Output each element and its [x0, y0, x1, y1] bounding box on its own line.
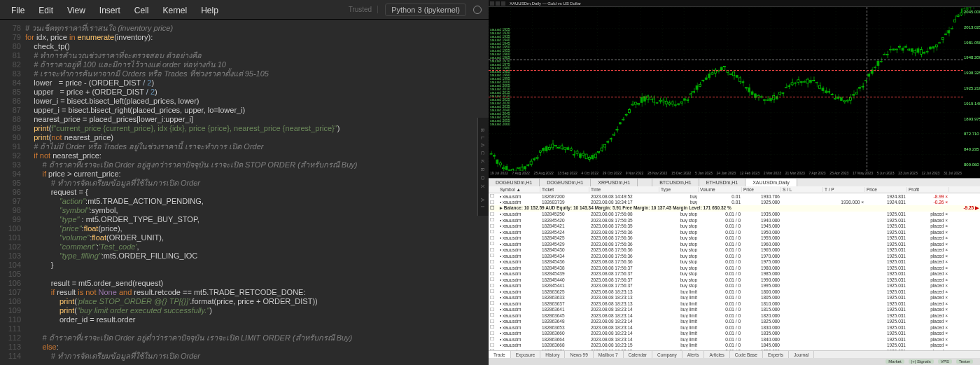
svg-rect-88	[622, 119, 624, 120]
terminal-tab[interactable]: Journal	[789, 351, 814, 358]
tool-icon[interactable]	[490, 1, 494, 6]
table-row[interactable]: ▪ xauusdm1828454392023.08.08 17:56:37buy…	[489, 271, 980, 277]
table-row[interactable]: ▪ xauusdm1828454412023.08.08 17:56:37buy…	[489, 283, 980, 289]
menu-view[interactable]: View	[60, 3, 92, 18]
table-row[interactable]: ▪ xauusdm1828454362023.08.08 17:56:36buy…	[489, 259, 980, 266]
table-row[interactable]: ▪ xauusdm1828454342023.08.08 17:56:36buy…	[489, 253, 980, 259]
table-row[interactable]: ▪ xauusdm1828636532023.08.08 18:23:14buy…	[489, 324, 980, 331]
svg-rect-66	[588, 158, 590, 160]
status-pill[interactable]: Market	[886, 359, 904, 364]
table-row[interactable]: ▸ Balance: 10 152.59 AUD Equity: 10 143.…	[489, 205, 980, 212]
statusbar: Market|+| SignalsVPSTester	[489, 358, 980, 365]
svg-rect-214	[816, 82, 818, 83]
terminal-tab[interactable]: Trade	[489, 351, 511, 358]
svg-rect-140	[702, 80, 704, 81]
chart-tab[interactable]: DOGEUSDm,H1	[489, 179, 540, 186]
chart-tab[interactable]: XRPUSDm,H1	[591, 179, 638, 186]
svg-rect-284	[923, 52, 925, 53]
terminal-tab[interactable]: Exposure	[511, 351, 540, 358]
orders-grid: Symbol ▲TicketTimeTypeVolumePriceS / LT …	[489, 186, 980, 358]
blackbox-ai-tab[interactable]: B L A C K B O X A I	[477, 118, 489, 216]
table-row[interactable]: ▪ xauusdm1826872002023.08.08 14:49:52buy…	[489, 193, 980, 200]
svg-rect-132	[690, 94, 692, 95]
table-row[interactable]: ▪ xauusdm1828636412023.08.08 18:23:14buy…	[489, 307, 980, 313]
menu-insert[interactable]: Insert	[92, 3, 127, 18]
menu-kernel[interactable]: Kernel	[156, 3, 195, 18]
svg-rect-268	[899, 46, 901, 47]
table-row[interactable]: ▪ xauusdm1828454212023.08.08 17:56:35buy…	[489, 223, 980, 230]
chart-tab[interactable]	[638, 179, 652, 186]
chart-tab[interactable]: ETHUSDm,H1	[699, 179, 746, 186]
svg-rect-222	[828, 92, 830, 92]
menu-cell[interactable]: Cell	[127, 3, 156, 18]
terminal-tab[interactable]: Calendar	[624, 351, 652, 358]
table-row[interactable]: ▪ xauusdm1828452502023.08.08 17:56:08buy…	[489, 212, 980, 218]
svg-rect-56	[573, 154, 575, 155]
terminal-tab[interactable]: Code Base	[730, 351, 763, 358]
kernel-selector[interactable]: Python 3 (ipykernel)	[385, 4, 466, 16]
chart-tab[interactable]: DOGEUSDm,H1	[540, 179, 591, 186]
svg-rect-280	[917, 49, 919, 53]
table-row[interactable]: ▪ xauusdm1828636642023.08.08 18:23:14buy…	[489, 336, 980, 343]
table-row[interactable]: ▪ xauusdm1828636372023.08.08 18:23:13buy…	[489, 301, 980, 307]
table-row[interactable]: ▪ xauusdm1828636602023.08.08 18:23:14buy…	[489, 331, 980, 337]
menu-help[interactable]: Help	[194, 3, 225, 18]
svg-rect-272	[904, 46, 906, 48]
svg-rect-300	[948, 31, 950, 33]
tool-icon[interactable]	[501, 1, 505, 6]
tool-icon[interactable]	[496, 1, 500, 6]
svg-rect-278	[914, 51, 916, 53]
status-pill[interactable]: Tester	[956, 359, 973, 364]
code-editor[interactable]: 7879808182838485868788899091929394959697…	[0, 20, 489, 365]
terminal-tab[interactable]: Company	[652, 351, 682, 358]
grid-body[interactable]: ▪ xauusdm1826872002023.08.08 14:49:52buy…	[489, 193, 980, 350]
svg-rect-236	[849, 97, 851, 100]
jupyter-menubar: FileEditViewInsertCellKernelHelp Trusted…	[0, 0, 489, 20]
table-row[interactable]: ▪ xauusdm1828454292023.08.08 17:56:36buy…	[489, 241, 980, 247]
chart-tab[interactable]: BTCUSDm,H1	[652, 179, 699, 186]
svg-rect-190	[778, 92, 780, 95]
code-content[interactable]: # วนเช็คทุกราคาที่เราสนใจ (inventory pri…	[25, 20, 489, 365]
table-row[interactable]: ▪ xauusdm1828454202023.08.08 17:56:35buy…	[489, 217, 980, 223]
menu-file[interactable]: File	[4, 3, 31, 18]
price-chart[interactable]: xauusd 1925 xauusd 1930 xauusd 1935 xauu…	[489, 7, 980, 178]
terminal-tab[interactable]: Alerts	[682, 351, 705, 358]
svg-rect-218	[822, 88, 824, 91]
table-row[interactable]: ▪ xauusdm1828454382023.08.08 17:56:37buy…	[489, 265, 980, 271]
table-row[interactable]: ▪ xauusdm1828454302023.08.08 17:56:36buy…	[489, 247, 980, 254]
terminal-tab[interactable]: Experts	[763, 351, 789, 358]
table-row[interactable]: ▪ xauusdm1828636332023.08.08 18:23:13buy…	[489, 295, 980, 301]
svg-rect-54	[570, 149, 572, 150]
svg-rect-260	[886, 54, 888, 55]
terminal-tab[interactable]: Articles	[704, 351, 729, 358]
terminal-tab[interactable]: Mailbox 7	[594, 351, 624, 358]
status-pill[interactable]: |+| Signals	[909, 359, 934, 364]
grid-header[interactable]: Symbol ▲TicketTimeTypeVolumePriceS / LT …	[489, 186, 980, 193]
terminal-tab[interactable]: News 99	[565, 351, 593, 358]
svg-rect-86	[619, 123, 621, 124]
svg-rect-234	[846, 100, 848, 101]
svg-rect-168	[745, 88, 747, 88]
table-row[interactable]: ▪ xauusdm1828636252023.08.08 18:23:13buy…	[489, 289, 980, 295]
table-row[interactable]: ▪ xauusdm1828454242023.08.08 17:56:36buy…	[489, 229, 980, 235]
svg-rect-60	[579, 154, 581, 158]
terminal-tab[interactable]: History	[540, 351, 565, 358]
table-row[interactable]: ▪ xauusdm1826837392023.08.08 18:34:17buy…	[489, 200, 980, 206]
svg-rect-166	[742, 82, 744, 83]
table-row[interactable]: ▪ xauusdm1828454252023.08.08 17:56:36buy…	[489, 235, 980, 242]
svg-rect-98	[638, 104, 640, 104]
svg-rect-170	[748, 88, 750, 92]
table-row[interactable]: ▪ xauusdm1828636482023.08.08 18:23:14buy…	[489, 319, 980, 325]
svg-rect-32	[536, 157, 538, 158]
status-pill[interactable]: VPS	[938, 359, 952, 364]
crosshair-v	[867, 7, 867, 171]
chart-tab[interactable]: XAUUSDm,Daily	[746, 179, 797, 186]
table-row[interactable]: ▪ xauusdm1828636452023.08.08 18:23:14buy…	[489, 312, 980, 319]
svg-rect-254	[877, 61, 879, 66]
menu-edit[interactable]: Edit	[31, 3, 60, 18]
table-row[interactable]: ▪ xauusdm1828636682023.08.08 18:23:15buy…	[489, 343, 980, 349]
svg-rect-298	[944, 34, 946, 35]
svg-rect-114	[662, 100, 664, 102]
svg-rect-92	[629, 110, 631, 113]
table-row[interactable]: ▪ xauusdm1828454402023.08.08 17:56:37buy…	[489, 277, 980, 283]
